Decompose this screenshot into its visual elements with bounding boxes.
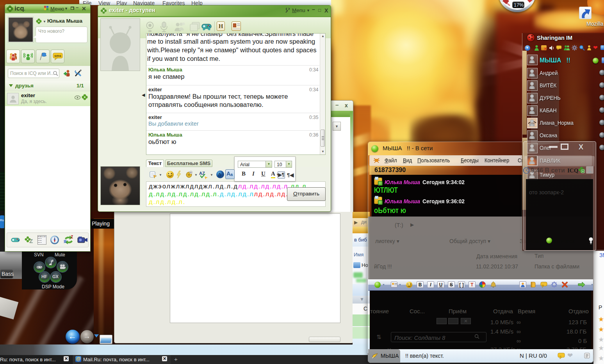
svg-text:sms: sms (54, 54, 61, 58)
svg-text:Я: Я (64, 240, 66, 244)
svg-text:Z: Z (71, 235, 73, 239)
svg-text:,,: ,, (559, 353, 561, 357)
svg-text:,,: ,, (542, 282, 543, 286)
svg-text:b: b (218, 172, 221, 178)
svg-text:Z: Z (29, 238, 33, 244)
